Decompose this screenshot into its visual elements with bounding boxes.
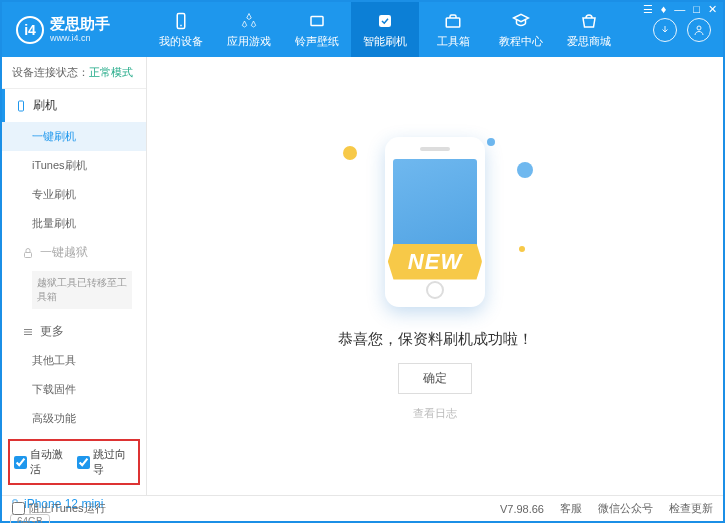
app-url: www.i4.cn xyxy=(50,33,110,43)
user-button[interactable] xyxy=(687,18,711,42)
main-nav: 我的设备 应用游戏 铃声壁纸 智能刷机 工具箱 教程中心 xyxy=(147,2,653,57)
nav-ringtones[interactable]: 铃声壁纸 xyxy=(283,2,351,57)
svg-rect-7 xyxy=(25,252,32,257)
skin-icon[interactable]: ♦ xyxy=(661,3,667,16)
sidebar-item-itunes[interactable]: iTunes刷机 xyxy=(2,151,146,180)
phone-icon xyxy=(15,100,27,112)
decor-dot xyxy=(487,138,495,146)
app-window: ☰ ♦ — □ ✕ i4 爱思助手 www.i4.cn 我的设备 应用游戏 铃声 xyxy=(0,0,725,523)
options-highlight: 自动激活 跳过向导 xyxy=(8,439,140,485)
phone-illustration xyxy=(385,137,485,307)
window-controls: ☰ ♦ — □ ✕ xyxy=(643,3,717,16)
header: i4 爱思助手 www.i4.cn 我的设备 应用游戏 铃声壁纸 智能刷机 xyxy=(2,2,723,57)
minimize-button[interactable]: — xyxy=(674,3,685,16)
skip-wizard-checkbox[interactable]: 跳过向导 xyxy=(77,447,134,477)
nav-my-device[interactable]: 我的设备 xyxy=(147,2,215,57)
wechat-link[interactable]: 微信公众号 xyxy=(598,501,653,516)
sidebar-section-more[interactable]: 更多 xyxy=(2,317,146,346)
sidebar-jailbreak: 一键越狱 xyxy=(2,238,146,267)
sidebar-item-oneclick[interactable]: 一键刷机 xyxy=(2,122,146,151)
apps-icon xyxy=(239,11,259,31)
sidebar-section-flash[interactable]: 刷机 xyxy=(2,89,146,122)
sidebar-item-download-firmware[interactable]: 下载固件 xyxy=(2,375,146,404)
logo-icon: i4 xyxy=(16,16,44,44)
svg-rect-2 xyxy=(311,16,323,25)
app-title: 爱思助手 xyxy=(50,16,110,33)
tutorial-icon xyxy=(511,11,531,31)
svg-rect-4 xyxy=(446,18,460,27)
success-message: 恭喜您，保资料刷机成功啦！ xyxy=(338,330,533,349)
service-link[interactable]: 客服 xyxy=(560,501,582,516)
decor-dot xyxy=(343,146,357,160)
sidebar-item-batch[interactable]: 批量刷机 xyxy=(2,209,146,238)
sidebar-item-advanced[interactable]: 高级功能 xyxy=(2,404,146,433)
decor-dot xyxy=(519,246,525,252)
new-ribbon: NEW xyxy=(388,244,482,280)
download-button[interactable] xyxy=(653,18,677,42)
logo-area: i4 爱思助手 www.i4.cn xyxy=(2,16,147,44)
connection-status: 设备连接状态：正常模式 xyxy=(2,57,146,89)
store-icon xyxy=(579,11,599,31)
flash-icon xyxy=(375,11,395,31)
device-icon xyxy=(171,11,191,31)
lock-icon xyxy=(22,247,34,259)
nav-store[interactable]: 爱思商城 xyxy=(555,2,623,57)
svg-rect-6 xyxy=(19,101,24,111)
nav-smart-flash[interactable]: 智能刷机 xyxy=(351,2,419,57)
sidebar-item-other-tools[interactable]: 其他工具 xyxy=(2,346,146,375)
check-update-link[interactable]: 检查更新 xyxy=(669,501,713,516)
version-label: V7.98.66 xyxy=(500,503,544,515)
main-content: NEW 恭喜您，保资料刷机成功啦！ 确定 查看日志 xyxy=(147,57,723,495)
wallpaper-icon xyxy=(307,11,327,31)
nav-toolbox[interactable]: 工具箱 xyxy=(419,2,487,57)
sidebar: 设备连接状态：正常模式 刷机 一键刷机 iTunes刷机 专业刷机 批量刷机 一… xyxy=(2,57,147,495)
toolbox-icon xyxy=(443,11,463,31)
close-button[interactable]: ✕ xyxy=(708,3,717,16)
svg-point-5 xyxy=(697,26,701,30)
jailbreak-note: 越狱工具已转移至工具箱 xyxy=(32,271,132,309)
maximize-button[interactable]: □ xyxy=(693,3,700,16)
svg-rect-3 xyxy=(379,15,391,27)
footer: 阻止iTunes运行 V7.98.66 客服 微信公众号 检查更新 xyxy=(2,495,723,521)
decor-dot xyxy=(517,162,533,178)
success-illustration: NEW xyxy=(325,132,545,312)
more-items: 其他工具 下载固件 高级功能 xyxy=(2,346,146,433)
nav-tutorials[interactable]: 教程中心 xyxy=(487,2,555,57)
menu-icon[interactable]: ☰ xyxy=(643,3,653,16)
flash-items: 一键刷机 iTunes刷机 专业刷机 批量刷机 xyxy=(2,122,146,238)
sidebar-item-pro[interactable]: 专业刷机 xyxy=(2,180,146,209)
header-right xyxy=(653,18,723,42)
body: 设备连接状态：正常模式 刷机 一键刷机 iTunes刷机 专业刷机 批量刷机 一… xyxy=(2,57,723,495)
view-log-link[interactable]: 查看日志 xyxy=(413,406,457,421)
nav-apps[interactable]: 应用游戏 xyxy=(215,2,283,57)
confirm-button[interactable]: 确定 xyxy=(398,363,472,394)
auto-activate-checkbox[interactable]: 自动激活 xyxy=(14,447,71,477)
list-icon xyxy=(22,326,34,338)
block-itunes-checkbox[interactable]: 阻止iTunes运行 xyxy=(12,501,106,516)
